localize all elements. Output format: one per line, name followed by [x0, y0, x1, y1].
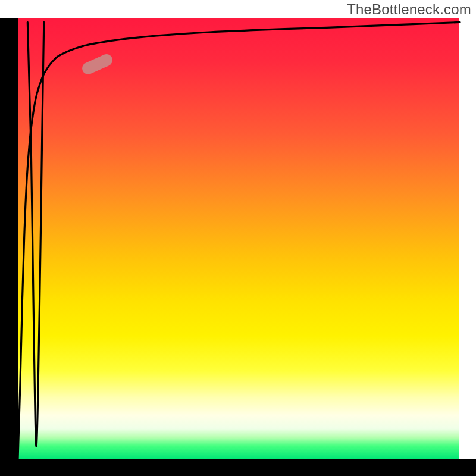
left-dip-curve	[27, 22, 43, 446]
curve-layer	[18, 18, 459, 459]
attribution-text: TheBottleneck.com	[347, 1, 471, 18]
highlight-marker	[80, 52, 114, 76]
main-curve	[18, 22, 459, 459]
highlight-marker-shape	[80, 52, 114, 76]
x-axis-bar	[0, 459, 476, 476]
chart-canvas: TheBottleneck.com	[0, 0, 476, 476]
axis-corner-spacer	[0, 0, 18, 18]
y-axis-bar	[0, 18, 18, 459]
